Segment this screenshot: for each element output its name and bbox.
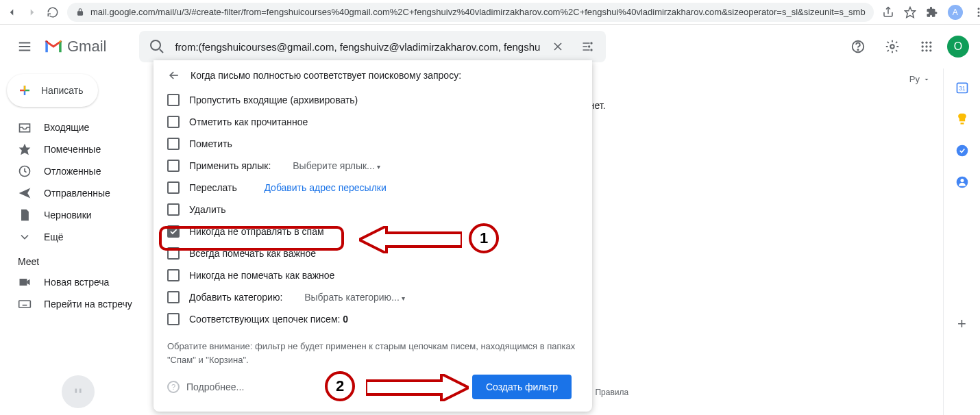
main-menu-button[interactable]: [11, 33, 38, 60]
label-dropdown[interactable]: Выберите ярлык...: [293, 160, 380, 171]
svg-point-9: [857, 49, 858, 50]
share-icon[interactable]: [882, 6, 894, 18]
checkbox[interactable]: [167, 203, 180, 216]
help-icon[interactable]: ?: [167, 381, 180, 393]
checkbox[interactable]: [167, 181, 180, 194]
apps-button[interactable]: [913, 33, 940, 60]
create-filter-button[interactable]: Создать фильтр: [472, 375, 572, 399]
checkbox[interactable]: [167, 116, 180, 128]
svg-text:31: 31: [959, 85, 966, 92]
checkbox[interactable]: [167, 160, 180, 172]
svg-point-16: [929, 45, 931, 47]
checkbox[interactable]: [167, 291, 180, 303]
send-icon: [18, 186, 32, 200]
filter-panel-title: Когда письмо полностью соответствует пои…: [191, 70, 461, 81]
checkbox[interactable]: [167, 313, 180, 325]
svg-point-1: [977, 8, 979, 10]
filter-option-label[interactable]: Применить ярлык: Выберите ярлык...: [167, 155, 578, 177]
svg-point-12: [925, 42, 927, 44]
kebab-icon[interactable]: [972, 6, 980, 18]
checkbox[interactable]: [167, 225, 180, 238]
checkbox[interactable]: [167, 94, 180, 106]
main-content: Ру , нет. ость · Правила Когда письмо по…: [154, 68, 943, 415]
url-text: mail.google.com/mail/u/3/#create-filter/…: [90, 7, 866, 17]
sidebar-item-inbox[interactable]: Входящие: [0, 116, 154, 138]
input-language-chip[interactable]: Ру: [909, 74, 931, 84]
add-forwarding-link[interactable]: Добавить адрес пересылки: [264, 182, 386, 193]
settings-button[interactable]: [879, 33, 906, 60]
checkbox[interactable]: [167, 138, 180, 150]
annotation-arrow-1: [359, 226, 462, 253]
svg-point-3: [977, 14, 979, 16]
filter-option-never-important[interactable]: Никогда не помечать как важное: [167, 264, 578, 286]
gmail-logo-text: Gmail: [67, 38, 106, 55]
gmail-logo[interactable]: Gmail: [44, 38, 106, 55]
checkbox[interactable]: [167, 269, 180, 281]
svg-point-7: [591, 49, 593, 51]
compose-button[interactable]: Написать: [7, 74, 98, 107]
back-arrow-icon[interactable]: [167, 68, 181, 82]
address-bar[interactable]: mail.google.com/mail/u/3/#create-filter/…: [67, 3, 874, 22]
category-dropdown[interactable]: Выбрать категорию...: [304, 292, 404, 303]
star-icon[interactable]: [904, 6, 916, 18]
clear-search-button[interactable]: [546, 34, 570, 59]
filter-option-archive[interactable]: Пропустить входящие (архивировать): [167, 89, 578, 111]
filter-option-matching[interactable]: Соответствующих цепочек писем: 0: [167, 308, 578, 330]
compose-label: Написать: [41, 85, 83, 96]
svg-rect-25: [960, 123, 964, 125]
sidebar-item-join-meeting[interactable]: Перейти на встречу: [0, 293, 154, 315]
sidebar-item-starred[interactable]: Помеченные: [0, 138, 154, 160]
lock-icon: [75, 8, 85, 17]
meet-section-header: Meet: [0, 248, 154, 271]
extensions-icon[interactable]: [926, 6, 938, 18]
svg-point-2: [977, 11, 979, 13]
search-options-button[interactable]: [576, 34, 600, 59]
chevron-down-icon: [922, 75, 931, 84]
annotation-arrow-2: [366, 374, 469, 401]
chrome-profile-avatar[interactable]: A: [948, 5, 963, 20]
svg-point-26: [956, 145, 968, 157]
sidebar-item-new-meeting[interactable]: Новая встреча: [0, 271, 154, 293]
sidebar-item-snoozed[interactable]: Отложенные: [0, 160, 154, 182]
filter-option-category[interactable]: Добавить категорию: Выбрать категорию...: [167, 286, 578, 308]
svg-point-11: [922, 42, 924, 44]
help-button[interactable]: [844, 33, 872, 60]
file-icon: [18, 208, 32, 222]
checkbox[interactable]: [167, 247, 180, 260]
reload-button[interactable]: [47, 5, 59, 19]
svg-point-15: [925, 45, 927, 47]
star-icon: [18, 142, 32, 156]
forward-button[interactable]: [26, 5, 38, 19]
plus-icon: [16, 82, 33, 99]
hangouts-bubble[interactable]: [62, 375, 95, 408]
filter-option-forward[interactable]: Переслать Добавить адрес пересылки: [167, 177, 578, 199]
svg-rect-22: [19, 301, 31, 307]
svg-point-19: [929, 49, 931, 51]
calendar-icon[interactable]: 31: [955, 81, 969, 95]
account-avatar[interactable]: O: [947, 36, 969, 58]
sidebar-item-sent[interactable]: Отправленные: [0, 182, 154, 204]
chevron-down-icon: [18, 230, 32, 244]
filter-option-star[interactable]: Пометить: [167, 133, 578, 155]
add-addon-button[interactable]: +: [957, 315, 966, 333]
filter-option-delete[interactable]: Удалить: [167, 199, 578, 221]
search-input[interactable]: from:(fengshuicourses@gmail.com, fengshu…: [175, 41, 540, 53]
sidebar-item-more[interactable]: Ещё: [0, 226, 154, 248]
svg-marker-0: [905, 7, 915, 17]
tasks-icon[interactable]: [955, 144, 969, 158]
sidebar-item-drafts[interactable]: Черновики: [0, 204, 154, 226]
svg-point-18: [925, 49, 927, 51]
annotation-number-1: 1: [469, 223, 499, 253]
learn-more-link[interactable]: Подробнее...: [186, 381, 244, 392]
video-icon: [18, 275, 32, 289]
keep-icon[interactable]: [955, 112, 969, 126]
back-button[interactable]: [5, 5, 18, 19]
side-panel: 31 +: [943, 68, 980, 415]
filter-option-mark-read[interactable]: Отметить как прочитанное: [167, 111, 578, 133]
contacts-icon[interactable]: [955, 175, 969, 189]
annotation-number-2: 2: [325, 371, 355, 401]
sidebar: Написать Входящие Помеченные Отложенные …: [0, 68, 154, 415]
browser-actions: A: [882, 5, 980, 20]
filter-note: Обратите внимание: фильтр не будет приме…: [167, 340, 578, 366]
search-box[interactable]: from:(fengshuicourses@gmail.com, fengshu…: [139, 31, 606, 62]
